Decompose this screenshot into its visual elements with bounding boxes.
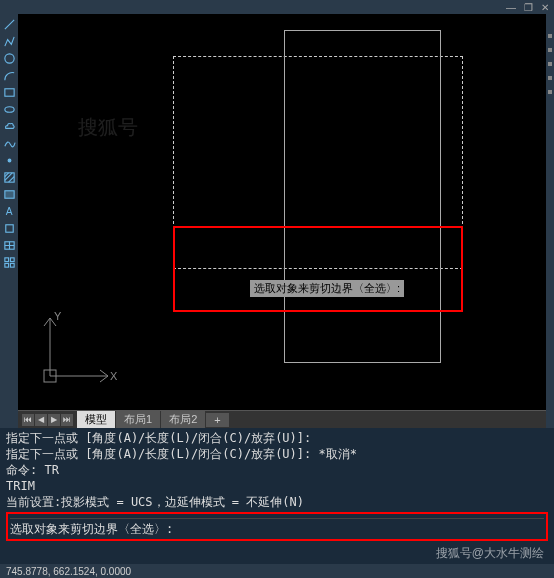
cmd-history-line: 指定下一点或 [角度(A)/长度(L)/闭合(C)/放弃(U)]: *取消* (6, 446, 548, 462)
text-tool-icon[interactable]: A (2, 204, 16, 218)
ucs-x-label: X (110, 370, 118, 382)
close-button[interactable]: ✕ (541, 2, 549, 13)
ellipse-tool-icon[interactable] (2, 102, 16, 116)
tab-layout1[interactable]: 布局1 (116, 411, 160, 428)
tab-add[interactable]: + (206, 413, 228, 427)
cmd-history-line: 指定下一点或 [角度(A)/长度(L)/闭合(C)/放弃(U)]: (6, 430, 548, 446)
region-tool-icon[interactable] (2, 187, 16, 201)
grid-tool-icon[interactable] (2, 255, 16, 269)
tab-last-icon[interactable]: ⏭ (61, 414, 73, 426)
highlight-box-command: 选取对象来剪切边界〈全选〉: (6, 512, 548, 541)
command-panel: 指定下一点或 [角度(A)/长度(L)/闭合(C)/放弃(U)]: 指定下一点或… (0, 428, 554, 564)
svg-rect-7 (5, 224, 12, 231)
polyline-tool-icon[interactable] (2, 34, 16, 48)
table-tool-icon[interactable] (2, 238, 16, 252)
watermark-center: 搜狐号 (78, 114, 138, 141)
spline-tool-icon[interactable] (2, 136, 16, 150)
point-tool-icon[interactable] (2, 153, 16, 167)
tab-layout2[interactable]: 布局2 (161, 411, 205, 428)
drawn-rectangle (284, 30, 441, 363)
status-bar: 745.8778, 662.1524, 0.0000 (0, 564, 554, 578)
svg-rect-11 (4, 263, 8, 267)
cmd-history-line: 命令: TR (6, 462, 548, 478)
tab-model[interactable]: 模型 (77, 411, 115, 428)
cmd-history-line: TRIM (6, 478, 548, 494)
svg-rect-12 (10, 263, 14, 267)
line-tool-icon[interactable] (2, 17, 16, 31)
ucs-y-label: Y (54, 310, 62, 322)
tab-prev-icon[interactable]: ◀ (35, 414, 47, 426)
cursor-tooltip: 选取对象来剪切边界〈全选〉: (250, 280, 404, 297)
tab-next-icon[interactable]: ▶ (48, 414, 60, 426)
left-toolbar: A (0, 14, 18, 428)
cmd-history-line: 当前设置:投影模式 = UCS，边延伸模式 = 不延伸(N) (6, 494, 548, 510)
minimize-button[interactable]: — (506, 2, 516, 13)
tab-first-icon[interactable]: ⏮ (22, 414, 34, 426)
drawing-canvas[interactable]: 选取对象来剪切边界〈全选〉: X Y 搜狐号 (18, 14, 546, 428)
rectangle-tool-icon[interactable] (2, 85, 16, 99)
svg-point-3 (8, 159, 11, 162)
svg-rect-1 (4, 88, 13, 95)
cursor-coordinates: 745.8778, 662.1524, 0.0000 (6, 566, 131, 577)
arc-tool-icon[interactable] (2, 68, 16, 82)
svg-text:A: A (5, 206, 12, 217)
svg-rect-5 (4, 190, 13, 197)
right-panel-strip (546, 14, 554, 428)
cloud-tool-icon[interactable] (2, 119, 16, 133)
highlight-box-canvas (173, 226, 463, 312)
circle-tool-icon[interactable] (2, 51, 16, 65)
svg-point-0 (4, 53, 13, 62)
command-input[interactable]: 选取对象来剪切边界〈全选〉: (10, 518, 544, 537)
svg-point-2 (4, 106, 13, 112)
tabs-bar: ⏮ ◀ ▶ ⏭ 模型 布局1 布局2 + (18, 410, 546, 428)
svg-rect-10 (10, 257, 14, 261)
svg-rect-9 (4, 257, 8, 261)
restore-button[interactable]: ❐ (524, 2, 533, 13)
block-tool-icon[interactable] (2, 221, 16, 235)
ucs-icon: X Y (38, 308, 118, 388)
hatch-tool-icon[interactable] (2, 170, 16, 184)
